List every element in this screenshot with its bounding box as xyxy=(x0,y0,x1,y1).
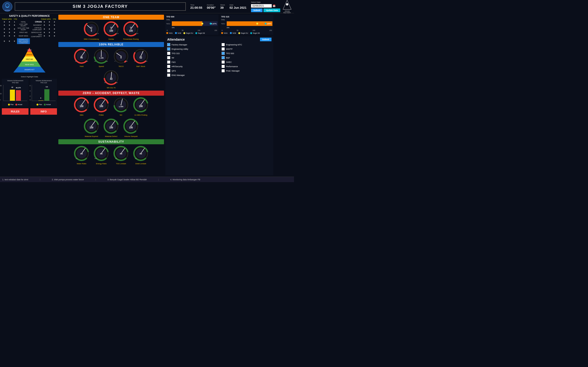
att-checkbox-tfd500[interactable] xyxy=(222,52,225,55)
att-performance: Performance xyxy=(222,65,271,68)
info-button[interactable]: INFO xyxy=(30,108,57,115)
svg-text:100: 100 xyxy=(106,60,108,62)
svg-text:0: 0 xyxy=(134,60,135,62)
nlti-row: 0 0 0 NON LOST TIME INJURY CRITICAL COMP… xyxy=(2,27,57,31)
att-checkbox-iw[interactable] xyxy=(167,56,170,59)
att-checkbox-eng-utility[interactable] xyxy=(167,48,170,50)
att-shec: SHEC xyxy=(222,60,271,64)
nc-gauge: 1,426 NC xyxy=(112,97,130,116)
center-panels: ONE TEAM 90 0 0 100 SIM 2 Cons xyxy=(58,15,164,175)
bnf-gauge: 52 0 100 B&F Stock xyxy=(132,48,150,67)
mat-defect-gauge: 100 Material Defect xyxy=(102,118,120,137)
title-box: SIM 3 JOGJA FACTORY xyxy=(15,2,186,11)
svg-text:100: 100 xyxy=(145,60,147,62)
att-checkbox-eng-manager[interactable] xyxy=(167,74,170,77)
svg-text:100: 100 xyxy=(90,126,94,129)
tfd315-box: TFD 315 Daily %OU 100% 0% 050100150 xyxy=(220,15,273,35)
att-checkbox-factory-manager[interactable] xyxy=(167,43,170,46)
duration-display: Duration 00'00" xyxy=(207,4,216,9)
attendance-submit-button[interactable]: Submit xyxy=(260,38,272,41)
svg-text:100: 100 xyxy=(99,105,103,108)
svg-text:1,186: 1,186 xyxy=(99,57,104,59)
att-checkbox-wwtp[interactable] xyxy=(222,48,225,50)
att-checkbox-hr[interactable] xyxy=(167,65,170,68)
svg-text:SERIOUS: SERIOUS xyxy=(26,54,32,55)
plan-bar-500: 42 xyxy=(10,90,15,101)
svg-text:43: 43 xyxy=(110,78,112,80)
safety-title: SAFETY & QUALITY PERFORMANCE xyxy=(2,15,57,17)
near-miss-row: 0 0 0 NEAR MISS NON CONFORMITY 0 0 0 xyxy=(2,34,57,38)
att-checkbox-eng-mtc[interactable] xyxy=(222,43,225,46)
svg-text:100: 100 xyxy=(76,158,78,159)
update-data-button[interactable]: Update Data xyxy=(263,8,280,12)
left-panel: SAFETY & QUALITY PERFORMANCE TODAY MTD Y… xyxy=(2,15,57,175)
sustainability-gauges: 0.0 100 Water Ratio 0.0 2000 xyxy=(58,144,164,166)
one-team-section: ONE TEAM 90 0 0 100 SIM 2 Cons xyxy=(58,15,164,41)
vol-tfd500: Volume AchievementTFD 500 42 40.375 60 2… xyxy=(2,79,28,107)
zero-row2: 100 Material Expired 100 Material Defect xyxy=(58,117,164,138)
svg-text:0: 0 xyxy=(120,56,122,59)
reliable-row1: 95 AK- 100 Yield 1,186 AK- xyxy=(58,47,164,68)
submit-button[interactable]: Submit xyxy=(251,8,263,12)
fatal-row: 0 0 1 FATAL CRISIS 0 0 2 xyxy=(2,21,57,23)
svg-text:0.0: 0.0 xyxy=(139,153,142,155)
highlight-label: Select Highlight Data xyxy=(2,76,57,78)
whocc-gauge: 43 AK- 100 Wh Occ % xyxy=(102,69,120,89)
news-ticker: 1. test eskalasi date ke sim4 | 2. inlet… xyxy=(0,177,294,182)
speed-gauge: 1,186 AK- 100 Speed xyxy=(92,48,111,67)
vol-sampah-gauge: 100 Volume Sampah xyxy=(122,118,140,137)
unsafe-row: 0 0 0 UNSAFE ACT AND UNSAFE CONDITION xyxy=(2,38,57,44)
svg-text:AK-: AK- xyxy=(104,82,106,83)
svg-text:AK-: AK- xyxy=(95,60,96,62)
svg-text:100: 100 xyxy=(109,126,113,129)
attendance-header: Attendance Submit xyxy=(167,38,271,41)
main-title: SIM 3 JOGJA FACTORY xyxy=(20,4,181,9)
sim2-gauge: 90 0 0 100 SIM 2 Consistency xyxy=(82,21,101,40)
att-checkbox-shec[interactable] xyxy=(222,60,225,64)
svg-text:100: 100 xyxy=(136,33,138,34)
att-checkbox-prod-manager[interactable] xyxy=(222,69,225,72)
roving-gauge: 90 100 0 100 Persentase Roving xyxy=(122,21,140,40)
att-checkbox-fs[interactable] xyxy=(167,60,170,64)
safety-triangle: UNSAFE ACT NEAR MISS FIRST AID SERIOUS C… xyxy=(2,45,57,75)
svg-text:FIRST AID: FIRST AID xyxy=(26,58,33,60)
mat-expired-gauge: 100 Material Expired xyxy=(82,118,101,137)
svg-text:2000: 2000 xyxy=(95,158,97,159)
tfd315-bar-area: 0 4.3 6 4 2 0 xyxy=(32,85,56,101)
att-checkbox-bnf[interactable] xyxy=(222,56,225,59)
water-ratio-gauge: 0.0 100 Water Ratio xyxy=(72,145,91,165)
teco-gauge: 0 0 ≤50 TECO xyxy=(112,48,130,67)
svg-text:100: 100 xyxy=(129,30,133,32)
tfd315-ou-bar: %OU 100% xyxy=(221,21,272,26)
att-hr-security: HR/Security xyxy=(167,65,217,68)
rules-button[interactable]: RULES xyxy=(2,108,28,115)
att-checkbox-tfd315[interactable] xyxy=(167,52,170,55)
att-factory-manager: Factory Manager xyxy=(167,43,217,46)
reliable-row2: 43 AK- 100 Wh Occ % xyxy=(58,68,164,90)
reliable-section: 100% RELIABLE 95 AK- 100 Yield xyxy=(58,42,164,90)
svg-text:100: 100 xyxy=(115,158,117,159)
date-section: Select Date 📅 Submit Update Data xyxy=(251,1,280,12)
vol-tfd315: Volume AchievementTFD 315 0 4.3 6 4 2 0 xyxy=(30,79,57,107)
att-engineering-mtc: Engineering MTC xyxy=(222,43,271,46)
svg-text:0.0: 0.0 xyxy=(80,153,83,155)
att-col2: Engineering MTC WWTP TFD 500 B&F xyxy=(222,43,271,77)
att-checkbox-performance[interactable] xyxy=(222,65,225,68)
debit-limbah-gauge: 0.0 100 Debit Limbah xyxy=(132,145,150,165)
att-prod-manager: Prod. Manager xyxy=(222,69,271,72)
att-tfd500: TFD 500 xyxy=(222,52,271,55)
reliable-header: 100% RELIABLE xyxy=(58,42,164,47)
svg-text:100: 100 xyxy=(139,105,143,108)
yield-gauge: 95 AK- 100 Yield xyxy=(72,48,91,67)
first-aid-row: 0 0 0 FIRST AID SERIOUS NC 0 0 0 xyxy=(2,31,57,33)
plan-bar-315: 0 xyxy=(38,100,43,101)
main-content: SAFETY & QUALITY PERFORMANCE TODAY MTD Y… xyxy=(0,13,294,177)
svg-text:1,426: 1,426 xyxy=(119,106,124,108)
svg-text:100: 100 xyxy=(109,30,113,32)
svg-text:UNSAFE ACT: UNSAFE ACT xyxy=(24,69,35,70)
date-input[interactable] xyxy=(251,4,272,8)
att-fs: F&S xyxy=(167,60,217,64)
att-checkbox-qfs[interactable] xyxy=(167,69,170,72)
svg-point-4 xyxy=(286,3,288,6)
tss-limbah-gauge: 0.0 100 TSS Limbah xyxy=(112,145,130,165)
